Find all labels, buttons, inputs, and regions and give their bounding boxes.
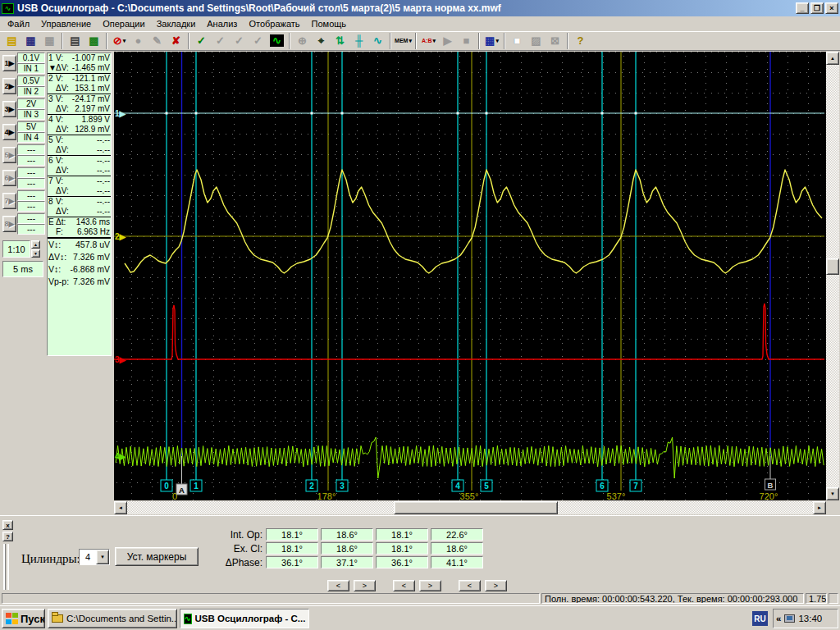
channel-2-range[interactable]: 0.5V — [17, 75, 45, 86]
minimize-button[interactable]: _ — [796, 2, 809, 14]
taskbar-task-2[interactable]: ∿USB Осциллограф - C... — [180, 609, 309, 628]
phase-nav-prev-button[interactable]: < — [459, 580, 481, 591]
vertical-scrollbar[interactable]: ▲▼ — [826, 52, 839, 500]
set-markers-button[interactable]: ╫ — [349, 32, 368, 50]
clear-area-icon: ⊠ — [550, 34, 559, 47]
meas-v-value: -24.17 mV — [63, 94, 110, 104]
channel-3-range[interactable]: 2V — [17, 98, 45, 109]
phase-nav-next-button[interactable]: > — [419, 580, 441, 591]
channel-5-range[interactable]: --- — [17, 144, 45, 155]
file-manager-button[interactable]: ▩ — [84, 32, 103, 50]
menu-item-Анализ[interactable]: Анализ — [201, 17, 243, 30]
phase-cell: 18.6° — [431, 542, 483, 555]
taskbar-task-1[interactable]: C:\Documents and Settin... — [48, 609, 177, 628]
toolbar-separator — [415, 33, 417, 49]
dropdown-arrow-icon[interactable]: ▾ — [432, 38, 436, 44]
scope-canvas[interactable]: 1▶2▶3▶4▶01234567AB0178°355°537°720° — [114, 52, 826, 500]
xy-display-button[interactable]: ∿ — [267, 32, 286, 50]
meas-ch-num: 7 — [48, 176, 56, 186]
restore-button[interactable]: ❐ — [810, 2, 824, 14]
probe-spin-up-icon[interactable]: ▲ — [31, 240, 40, 249]
panel-help-button[interactable]: ? — [2, 532, 13, 541]
menu-item-Файл[interactable]: Файл — [2, 17, 35, 30]
channel-8-input[interactable]: --- — [17, 224, 45, 235]
channel-8-button[interactable]: 8▶ — [2, 216, 16, 232]
channel-1-input[interactable]: IN 1 — [17, 63, 45, 74]
dropdown-arrow-icon[interactable]: ▾ — [409, 38, 412, 44]
panel-close-button[interactable]: x — [2, 520, 13, 530]
channel-4-button[interactable]: 4▶ — [2, 124, 16, 140]
script-open-button[interactable]: A:B▾ — [419, 32, 438, 50]
delete-button[interactable]: ✘ — [167, 32, 185, 50]
menu-item-Операции[interactable]: Операции — [97, 17, 150, 30]
channel-5-button[interactable]: 5▶ — [2, 147, 16, 163]
channel-8-range[interactable]: --- — [17, 213, 45, 224]
measurement-channel-8: 8V:--.--ΔV:--.-- — [48, 197, 111, 217]
freq-label: F: — [56, 227, 63, 237]
save-file-button[interactable]: ▦ — [21, 32, 40, 50]
select-area-button[interactable]: ■ — [508, 32, 527, 50]
channel-5-input[interactable]: --- — [17, 155, 45, 166]
meas-v-label: V: — [56, 74, 63, 84]
phase-nav-next-button[interactable]: > — [354, 580, 376, 591]
menu-item-Управление[interactable]: Управление — [35, 17, 97, 30]
meas-v-label: V: — [56, 94, 63, 104]
channel-6-button[interactable]: 6▶ — [2, 170, 16, 186]
network-icon[interactable] — [784, 614, 795, 623]
horizontal-scrollbar[interactable]: ◄► — [114, 501, 826, 514]
vscroll-up-icon[interactable]: ▲ — [826, 52, 839, 65]
vscroll-down-icon[interactable]: ▼ — [826, 487, 839, 500]
phase-nav-next-button[interactable]: > — [485, 580, 507, 591]
dropdown-arrow-icon[interactable]: ▾ — [123, 38, 126, 44]
tray-collapse-icon[interactable]: « — [776, 614, 781, 623]
channel-3-input[interactable]: IN 3 — [17, 109, 45, 120]
channel-7-button[interactable]: 7▶ — [2, 193, 16, 209]
oscilloscope-area[interactable]: 1▶2▶3▶4▶01234567AB0178°355°537°720° ▲▼ ◄… — [113, 51, 840, 515]
phase-nav-prev-button[interactable]: < — [393, 580, 415, 591]
channel-3-button[interactable]: 3▶ — [2, 101, 16, 117]
menu-item-Помощь[interactable]: Помощь — [306, 17, 353, 30]
cylinders-dropdown-icon[interactable]: ▼ — [96, 550, 109, 564]
menu-item-Отображать[interactable]: Отображать — [243, 17, 305, 30]
cursor-label: V↕: — [48, 239, 61, 251]
open-file-button[interactable]: ▤ — [2, 32, 21, 50]
start-button[interactable]: Пуск — [2, 609, 45, 628]
print-button[interactable]: ▤ — [66, 32, 84, 50]
channel-4-range[interactable]: 5V — [17, 121, 45, 132]
menu-item-Закладки[interactable]: Закладки — [151, 17, 202, 30]
close-button[interactable]: × — [825, 2, 838, 14]
waveform-display[interactable]: 1▶2▶3▶4▶01234567AB0178°355°537°720° — [114, 52, 826, 504]
hscroll-right-icon[interactable]: ► — [813, 501, 826, 514]
trigger-marker-icon — [48, 186, 56, 196]
wave-markers-button[interactable]: ∿ — [368, 32, 387, 50]
channel-6-input[interactable]: --- — [17, 178, 45, 189]
channel-7-input[interactable]: --- — [17, 201, 45, 212]
script-panel-button[interactable]: ▦▾ — [482, 32, 501, 50]
channel-2-button[interactable]: 2▶ — [2, 78, 16, 94]
hscroll-thumb[interactable] — [394, 501, 558, 514]
cylinders-select[interactable]: 4 ▼ — [79, 549, 110, 565]
fit-vertical-button[interactable]: ⇅ — [331, 32, 349, 50]
channel-1-button[interactable]: 1▶ — [2, 55, 16, 71]
channel-1-range[interactable]: 0.1V — [17, 52, 45, 63]
channel-6-range[interactable]: --- — [17, 167, 45, 178]
probe-spin-down-icon[interactable]: ▼ — [31, 249, 40, 258]
phase-nav-prev-button[interactable]: < — [327, 580, 349, 591]
channel-4-input[interactable]: IN 4 — [17, 132, 45, 143]
channel-2-input[interactable]: IN 2 — [17, 86, 45, 97]
probe-ratio-field[interactable]: 1:10 — [2, 240, 30, 258]
channel-7-range[interactable]: --- — [17, 190, 45, 201]
power-button[interactable]: ⊘▾ — [110, 32, 129, 50]
memory-button[interactable]: MEM▾ — [394, 32, 413, 50]
language-indicator[interactable]: RU — [752, 611, 768, 626]
vscroll-thumb[interactable] — [826, 258, 839, 275]
hscroll-left-icon[interactable]: ◄ — [114, 501, 127, 514]
search-button[interactable]: ⌖ — [312, 32, 331, 50]
dropdown-arrow-icon[interactable]: ▾ — [495, 38, 499, 44]
timebase-field[interactable]: 5 ms — [2, 261, 43, 277]
help-button[interactable]: ? — [571, 32, 590, 50]
panel-grip[interactable] — [3, 544, 11, 590]
trigger-marker-icon: ▼ — [48, 63, 56, 73]
set-markers-button[interactable]: Уст. маркеры — [115, 547, 199, 566]
confirm-button[interactable]: ✓ — [192, 32, 211, 50]
